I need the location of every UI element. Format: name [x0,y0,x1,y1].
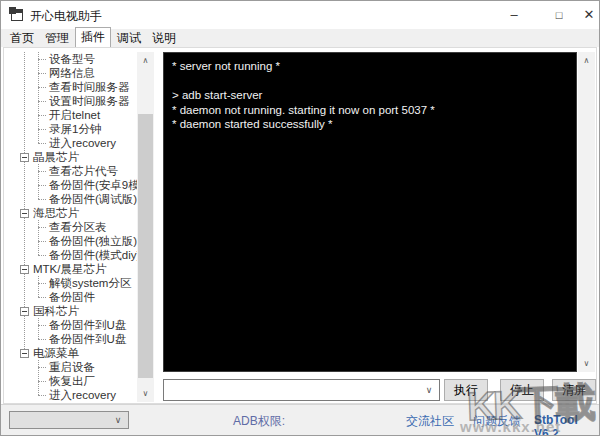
console-line: * daemon started successfully * [172,117,576,132]
scroll-up-icon[interactable]: ∧ [578,52,595,69]
tree-item-label: 备份固件(独立版) [49,234,137,248]
tree-connector [38,367,46,368]
tree-item[interactable]: 设备型号 [9,52,137,66]
tree-item[interactable]: 录屏1分钟 [9,122,137,136]
command-combobox[interactable]: ∨ [163,379,440,401]
tree-connector [38,339,46,340]
tree-connector [38,276,39,297]
plugin-tree: 设备型号网络信息查看时间服务器设置时间服务器开启telnet录屏1分钟进入rec… [9,52,137,402]
tree-connector [38,164,39,199]
collapse-icon[interactable] [20,349,29,358]
tree-item-label: 备份固件到U盘 [49,332,126,346]
tree-item[interactable]: 解锁system分区 [9,276,137,290]
tab-2[interactable]: 插件 [75,27,111,47]
tree-connector [38,227,46,228]
tree-item[interactable]: 设置时间服务器 [9,94,137,108]
tab-1[interactable]: 管理 [40,29,74,47]
tree-connector [38,143,46,144]
console-line: > adb start-server [172,88,576,103]
tree-connector [38,318,39,339]
tree-item[interactable]: 国科芯片 [9,304,137,318]
tree-item[interactable]: 海思芯片 [9,206,137,220]
tree-connector [38,115,46,116]
tree-item[interactable]: 网络信息 [9,66,137,80]
tree-item-label: 设备型号 [49,52,95,66]
plugin-tab-page: 设备型号网络信息查看时间服务器设置时间服务器开启telnet录屏1分钟进入rec… [3,47,597,404]
clear-screen-button[interactable]: 清屏 [552,379,596,401]
console-scrollbar[interactable]: ∧ ∨ [578,52,595,372]
device-combobox[interactable]: ∨ [9,411,129,429]
community-link[interactable]: 交流社区 [406,413,454,430]
tree-item[interactable]: 备份固件(独立版) [9,234,137,248]
tree-scrollbar-thumb[interactable] [138,114,153,378]
tree-connector [38,101,46,102]
tree-connector [38,381,46,382]
tree-connector [38,325,46,326]
tree-item-label: 查看时间服务器 [49,80,130,94]
tree-item-label: 备份固件(安卓9模式diy) [49,178,137,192]
tree-connector [38,255,46,256]
tree-scrollbar[interactable]: ∧ ∨ [137,52,154,402]
tree-item-label: 备份固件到U盘 [49,318,126,332]
tree-item-label: 网络信息 [49,66,95,80]
tree-item[interactable]: 进入recovery [9,388,137,402]
collapse-icon[interactable] [20,209,29,218]
tree-item-label: 恢复出厂 [49,374,95,388]
tree-connector [38,241,46,242]
tab-4[interactable]: 说明 [147,29,181,47]
tree-connector [38,185,46,186]
tree-item[interactable]: 备份固件(模式diy) [9,248,137,262]
tree-item[interactable]: MTK/晨星芯片 [9,262,137,276]
title-bar: 开心电视助手 – □ ✕ [1,1,599,29]
tree-item[interactable]: 查看时间服务器 [9,80,137,94]
tree-connector [38,360,39,395]
tree-item-label: 录屏1分钟 [49,122,101,136]
tree-item-label: 电源菜单 [33,346,79,360]
tree-item[interactable]: 备份固件 [9,290,137,304]
scroll-up-icon[interactable]: ∧ [137,52,154,69]
tree-connector [38,199,46,200]
tree-item[interactable]: 电源菜单 [9,346,137,360]
tree-connector [38,87,46,88]
execute-button[interactable]: 执行 [444,379,488,401]
maximize-button[interactable]: □ [542,1,576,29]
app-icon [11,9,23,21]
console-line [172,74,576,89]
adb-console-output[interactable]: * server not running * > adb start-serve… [163,52,577,372]
console-line: * daemon not running. starting it now on… [172,103,576,118]
tree-item[interactable]: 查看芯片代号 [9,164,137,178]
adb-permission-label: ADB权限: [233,413,285,430]
command-input[interactable] [166,381,417,399]
tab-0[interactable]: 首页 [5,29,39,47]
minimize-button[interactable]: – [497,1,531,29]
tree-connector [38,297,46,298]
collapse-icon[interactable] [20,265,29,274]
tree-item[interactable]: 晶晨芯片 [9,150,137,164]
scroll-down-icon[interactable]: ∨ [578,355,595,372]
feedback-link[interactable]: 问题反馈 [473,413,521,430]
tree-item[interactable]: 进入recovery [9,136,137,150]
tree-item-label: 进入recovery [49,136,116,150]
stop-button[interactable]: 停止 [500,379,544,401]
collapse-icon[interactable] [20,307,29,316]
scroll-down-icon[interactable]: ∨ [137,385,154,402]
tree-item[interactable]: 备份固件(调试版) [9,192,137,206]
tree-item-label: 重启设备 [49,360,95,374]
tree-item[interactable]: 恢复出厂 [9,374,137,388]
tree-item[interactable]: 重启设备 [9,360,137,374]
dropdown-arrow-icon[interactable]: ∨ [111,412,125,428]
close-button[interactable]: ✕ [577,1,600,29]
tree-connector [38,283,46,284]
tree-item[interactable]: 备份固件到U盘 [9,318,137,332]
tree-item[interactable]: 备份固件(安卓9模式diy) [9,178,137,192]
tree-connector [38,73,46,74]
tree-item[interactable]: 开启telnet [9,108,137,122]
tree-item-label: 查看分区表 [49,220,107,234]
tree-item-label: 海思芯片 [33,206,79,220]
dropdown-arrow-icon[interactable]: ∨ [422,380,436,400]
tree-connector [38,52,39,143]
tab-3[interactable]: 调试 [112,29,146,47]
tree-item[interactable]: 查看分区表 [9,220,137,234]
collapse-icon[interactable] [20,153,29,162]
tree-item[interactable]: 备份固件到U盘 [9,332,137,346]
